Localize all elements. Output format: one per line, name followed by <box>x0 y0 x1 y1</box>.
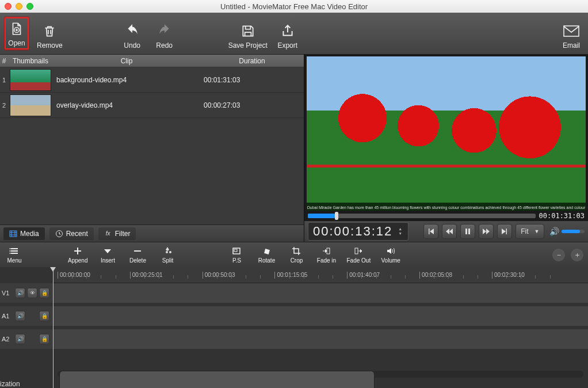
split-button[interactable]: Split <box>158 246 177 264</box>
filmstrip-icon <box>9 230 17 238</box>
insert-button[interactable]: Insert <box>98 246 117 264</box>
save-label: Save Project <box>228 41 268 50</box>
track-lane[interactable] <box>53 283 588 303</box>
save-icon <box>240 23 256 39</box>
email-button[interactable]: Email <box>559 17 583 50</box>
track-a2[interactable]: A2 🔊 🔒 <box>0 329 588 349</box>
preview-scrubber[interactable] <box>308 214 536 218</box>
ruler-tick: 00:00:50:03 <box>203 272 235 279</box>
open-label: Open <box>8 39 25 47</box>
position-size-icon <box>231 246 242 256</box>
mute-toggle[interactable]: 🔊 <box>15 334 25 344</box>
chevron-down-icon: ▼ <box>534 229 540 234</box>
fadeout-label: Fade Out <box>346 257 371 264</box>
clip-index: 1 <box>0 77 8 83</box>
fast-forward-button[interactable] <box>479 224 494 239</box>
scrollbar-thumb[interactable] <box>59 371 375 388</box>
preview-zoom-select[interactable]: Fit ▼ <box>516 224 544 239</box>
rotate-button[interactable]: Rotate <box>257 246 276 264</box>
track-a1[interactable]: A1 🔊 🔒 <box>0 306 588 326</box>
scrubber-progress <box>308 214 335 218</box>
col-thumbnails[interactable]: Thumbnails <box>8 57 53 65</box>
track-v1[interactable]: V1 🔊 👁 🔒 <box>0 283 588 303</box>
svg-rect-1 <box>564 26 579 36</box>
crop-button[interactable]: Crop <box>287 246 306 264</box>
remove-button[interactable]: Remove <box>37 17 63 50</box>
clip-row[interactable]: 2 overlay-video.mp4 00:00:27:03 <box>0 93 304 118</box>
append-label: Append <box>68 257 87 264</box>
ruler-tick: 00:02:05:08 <box>419 272 452 279</box>
clip-table-header: # Thumbnails Clip Duration <box>0 55 304 67</box>
volume-fill <box>562 230 580 233</box>
preview-viewport[interactable]: Dubai Miracle Garden has more than 45 mi… <box>307 56 586 211</box>
lock-toggle[interactable]: 🔒 <box>39 288 49 298</box>
ruler-tick: 00:00:25:01 <box>130 272 163 279</box>
volume-label: Volume <box>381 257 400 264</box>
fade-out-icon <box>353 246 364 256</box>
lock-toggle[interactable]: 🔒 <box>39 334 49 344</box>
lock-toggle[interactable]: 🔒 <box>39 311 49 321</box>
preview-panel: Dubai Miracle Garden has more than 45 mi… <box>304 54 588 242</box>
preview-zoom-value: Fit <box>521 227 528 235</box>
export-button[interactable]: Export <box>276 17 300 50</box>
ruler-tick: 00:01:40:07 <box>347 272 380 279</box>
zoom-out-button[interactable]: － <box>552 249 565 261</box>
svg-rect-5 <box>468 229 470 234</box>
preview-total-time: 00:01:31:03 <box>539 212 585 220</box>
svg-rect-9 <box>134 250 141 252</box>
tab-media-label: Media <box>20 230 39 238</box>
clip-row[interactable]: 1 background-video.mp4 00:01:31:03 <box>0 67 304 93</box>
playhead[interactable] <box>53 267 54 388</box>
svg-rect-11 <box>234 249 237 252</box>
mail-icon <box>563 23 579 39</box>
crop-icon <box>291 246 301 256</box>
speaker-icon <box>385 246 396 256</box>
volume-button[interactable]: Volume <box>381 246 400 264</box>
track-label: A2 <box>2 336 13 343</box>
pause-button[interactable] <box>460 224 475 239</box>
redo-button[interactable]: Redo <box>152 17 177 50</box>
ps-button[interactable]: P.S <box>227 246 246 264</box>
volume-slider[interactable] <box>562 230 585 233</box>
tab-filter[interactable]: fx Filter <box>98 227 136 240</box>
col-clip[interactable]: Clip <box>53 57 200 65</box>
mute-toggle[interactable]: 🔊 <box>15 288 25 298</box>
undo-label: Undo <box>124 41 140 50</box>
timeline-ruler[interactable]: 00:00:00:0000:00:25:0100:00:50:0300:01:1… <box>53 267 588 283</box>
fade-in-button[interactable]: Fade in <box>316 246 336 264</box>
zoom-in-button[interactable]: ＋ <box>571 249 583 261</box>
skip-end-button[interactable] <box>497 224 512 239</box>
append-button[interactable]: Append <box>68 246 87 264</box>
tab-media[interactable]: Media <box>3 227 45 240</box>
timecode-stepper[interactable]: ▲▼ <box>398 227 403 235</box>
open-button[interactable]: Open <box>5 17 29 50</box>
fx-icon: fx <box>104 230 112 238</box>
mute-toggle[interactable]: 🔊 <box>15 311 25 321</box>
ruler-tick: 00:01:15:05 <box>274 272 307 279</box>
track-lane[interactable] <box>53 306 588 326</box>
track-lane[interactable] <box>53 329 588 349</box>
undo-button[interactable]: Undo <box>120 17 144 50</box>
skip-start-button[interactable] <box>423 224 438 239</box>
fade-in-icon <box>321 246 331 256</box>
col-duration[interactable]: Duration <box>200 57 304 65</box>
menu-icon <box>9 246 20 256</box>
timecode-display[interactable]: 00:00:13:12 ▲▼ <box>308 222 408 241</box>
export-icon <box>280 23 296 39</box>
tab-recent[interactable]: Recent <box>49 227 94 240</box>
export-label: Export <box>277 41 297 50</box>
scrubber-handle[interactable] <box>335 212 338 220</box>
fade-out-button[interactable]: Fade Out <box>346 246 371 264</box>
delete-button[interactable]: Delete <box>128 246 147 264</box>
timeline-menu-button[interactable]: Menu <box>5 246 24 264</box>
rewind-button[interactable] <box>442 224 457 239</box>
visibility-toggle[interactable]: 👁 <box>27 288 37 298</box>
timeline-h-scrollbar[interactable] <box>58 371 583 378</box>
clip-table-body: 1 background-video.mp4 00:01:31:03 2 ove… <box>0 67 304 225</box>
svg-point-8 <box>10 253 11 254</box>
rotate-icon <box>261 246 272 256</box>
save-project-button[interactable]: Save Project <box>228 17 268 50</box>
svg-rect-13 <box>327 248 330 254</box>
volume-icon[interactable]: 🔊 <box>549 227 559 236</box>
svg-rect-12 <box>265 249 270 254</box>
